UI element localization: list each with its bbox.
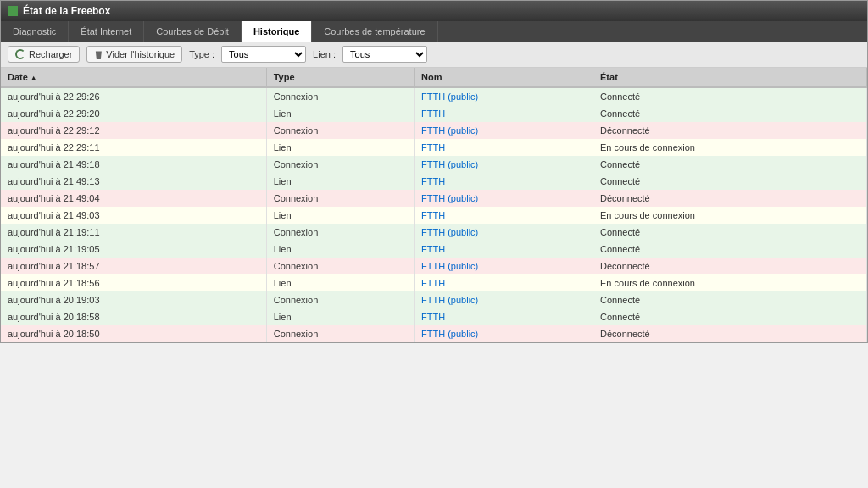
cell-type: Connexion: [266, 156, 414, 173]
table-row: aujourd'hui à 20:18:58LienFTTHConnecté: [1, 308, 867, 325]
cell-date: aujourd'hui à 20:19:03: [1, 291, 266, 308]
cell-date: aujourd'hui à 21:18:57: [1, 258, 266, 274]
cell-etat: Connecté: [593, 308, 867, 325]
cell-date: aujourd'hui à 22:29:20: [1, 105, 266, 122]
tab-courbes-debit[interactable]: Courbes de Débit: [144, 21, 242, 42]
cell-nom: FTTH: [415, 207, 593, 224]
tab-etat-internet[interactable]: État Internet: [69, 21, 144, 42]
lien-select[interactable]: Tous FTTH FTTH (public): [342, 46, 427, 63]
main-window: État de la Freebox Diagnostic État Inter…: [0, 0, 868, 343]
table-row: aujourd'hui à 21:49:18ConnexionFTTH (pub…: [1, 156, 867, 173]
cell-type: Connexion: [266, 291, 414, 308]
cell-date: aujourd'hui à 21:49:13: [1, 173, 266, 190]
cell-nom: FTTH: [415, 241, 593, 258]
cell-etat: En cours de connexion: [593, 274, 867, 291]
cell-date: aujourd'hui à 21:49:04: [1, 190, 266, 207]
table-row: aujourd'hui à 21:49:13LienFTTHConnecté: [1, 173, 867, 190]
col-date[interactable]: Date: [1, 68, 266, 87]
cell-type: Lien: [266, 173, 414, 190]
cell-type: Lien: [266, 308, 414, 325]
cell-nom: FTTH: [415, 139, 593, 156]
table-row: aujourd'hui à 20:18:50ConnexionFTTH (pub…: [1, 325, 867, 342]
cell-etat: Connecté: [593, 87, 867, 105]
cell-type: Connexion: [266, 325, 414, 342]
cell-etat: Déconnecté: [593, 325, 867, 342]
table-row: aujourd'hui à 20:19:03ConnexionFTTH (pub…: [1, 291, 867, 308]
table-row: aujourd'hui à 21:19:05LienFTTHConnecté: [1, 241, 867, 258]
cell-date: aujourd'hui à 21:49:18: [1, 156, 266, 173]
cell-etat: Connecté: [593, 224, 867, 241]
cell-type: Connexion: [266, 122, 414, 139]
toolbar: Recharger Vider l'historique Type : Tous…: [1, 42, 867, 68]
cell-nom: FTTH: [415, 274, 593, 291]
table-row: aujourd'hui à 21:49:04ConnexionFTTH (pub…: [1, 190, 867, 207]
cell-date: aujourd'hui à 21:18:56: [1, 274, 266, 291]
table-row: aujourd'hui à 21:49:03LienFTTHEn cours d…: [1, 207, 867, 224]
table-header-row: Date Type Nom État: [1, 68, 867, 87]
clear-history-button[interactable]: Vider l'historique: [86, 46, 182, 63]
cell-date: aujourd'hui à 22:29:26: [1, 87, 266, 105]
cell-nom: FTTH: [415, 308, 593, 325]
history-table: Date Type Nom État aujourd'hui à 22:29:2…: [1, 68, 867, 342]
title-bar: État de la Freebox: [1, 1, 867, 21]
tab-courbes-temperature[interactable]: Courbes de température: [312, 21, 437, 42]
table-row: aujourd'hui à 22:29:12ConnexionFTTH (pub…: [1, 122, 867, 139]
cell-etat: Connecté: [593, 156, 867, 173]
cell-nom: FTTH (public): [415, 87, 593, 105]
clear-label: Vider l'historique: [106, 49, 175, 59]
cell-nom: FTTH: [415, 173, 593, 190]
cell-etat: Déconnecté: [593, 190, 867, 207]
cell-etat: Connecté: [593, 105, 867, 122]
tab-diagnostic[interactable]: Diagnostic: [1, 21, 69, 42]
cell-date: aujourd'hui à 20:18:58: [1, 308, 266, 325]
cell-date: aujourd'hui à 21:19:05: [1, 241, 266, 258]
table-row: aujourd'hui à 22:29:11LienFTTHEn cours d…: [1, 139, 867, 156]
reload-label: Recharger: [29, 49, 72, 59]
type-select[interactable]: Tous Connexion Lien: [221, 46, 306, 63]
cell-nom: FTTH (public): [415, 258, 593, 274]
table-row: aujourd'hui à 21:18:56LienFTTHEn cours d…: [1, 274, 867, 291]
cell-type: Lien: [266, 139, 414, 156]
cell-nom: FTTH (public): [415, 291, 593, 308]
cell-etat: Connecté: [593, 291, 867, 308]
cell-type: Connexion: [266, 258, 414, 274]
refresh-icon: [15, 49, 25, 59]
cell-date: aujourd'hui à 22:29:12: [1, 122, 266, 139]
cell-nom: FTTH (public): [415, 156, 593, 173]
reload-button[interactable]: Recharger: [8, 46, 80, 63]
cell-date: aujourd'hui à 21:49:03: [1, 207, 266, 224]
trash-icon: [94, 49, 103, 59]
col-nom: Nom: [415, 68, 593, 87]
cell-date: aujourd'hui à 22:29:11: [1, 139, 266, 156]
col-type: Type: [266, 68, 414, 87]
col-etat: État: [593, 68, 867, 87]
window-title: État de la Freebox: [23, 5, 110, 17]
cell-nom: FTTH (public): [415, 122, 593, 139]
type-label: Type :: [189, 49, 214, 59]
cell-type: Lien: [266, 274, 414, 291]
table-row: aujourd'hui à 21:19:11ConnexionFTTH (pub…: [1, 224, 867, 241]
cell-etat: Connecté: [593, 173, 867, 190]
cell-etat: Connecté: [593, 241, 867, 258]
table-row: aujourd'hui à 21:18:57ConnexionFTTH (pub…: [1, 258, 867, 274]
cell-etat: En cours de connexion: [593, 207, 867, 224]
cell-etat: Déconnecté: [593, 122, 867, 139]
cell-type: Lien: [266, 105, 414, 122]
tab-historique[interactable]: Historique: [242, 21, 312, 42]
cell-etat: En cours de connexion: [593, 139, 867, 156]
history-table-container: Date Type Nom État aujourd'hui à 22:29:2…: [1, 68, 867, 342]
cell-type: Lien: [266, 207, 414, 224]
cell-type: Lien: [266, 241, 414, 258]
table-row: aujourd'hui à 22:29:26ConnexionFTTH (pub…: [1, 87, 867, 105]
cell-nom: FTTH (public): [415, 325, 593, 342]
lien-label: Lien :: [313, 49, 336, 59]
cell-nom: FTTH: [415, 105, 593, 122]
cell-type: Connexion: [266, 224, 414, 241]
cell-nom: FTTH (public): [415, 224, 593, 241]
cell-nom: FTTH (public): [415, 190, 593, 207]
cell-type: Connexion: [266, 87, 414, 105]
cell-date: aujourd'hui à 21:19:11: [1, 224, 266, 241]
cell-type: Connexion: [266, 190, 414, 207]
nav-tabs: Diagnostic État Internet Courbes de Débi…: [1, 21, 867, 42]
table-row: aujourd'hui à 22:29:20LienFTTHConnecté: [1, 105, 867, 122]
